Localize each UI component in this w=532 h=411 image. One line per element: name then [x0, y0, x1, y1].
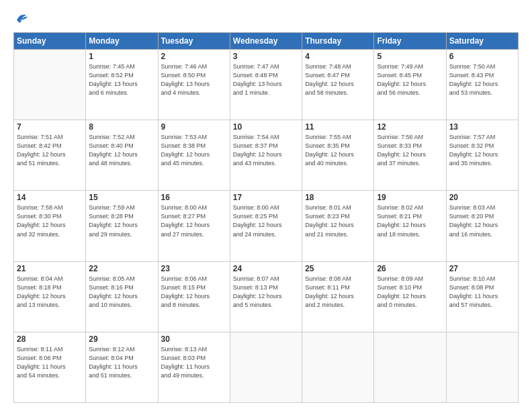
calendar-cell: 19Sunrise: 8:02 AM Sunset: 8:21 PM Dayli… — [374, 191, 446, 261]
calendar-cell: 23Sunrise: 8:06 AM Sunset: 8:15 PM Dayli… — [158, 261, 230, 332]
week-row-4: 28Sunrise: 8:11 AM Sunset: 8:06 PM Dayli… — [14, 332, 519, 402]
calendar-cell: 12Sunrise: 7:56 AM Sunset: 8:33 PM Dayli… — [374, 120, 446, 191]
day-info: Sunrise: 8:04 AM Sunset: 8:18 PM Dayligh… — [17, 275, 83, 310]
day-info: Sunrise: 7:54 AM Sunset: 8:37 PM Dayligh… — [233, 133, 299, 168]
calendar-cell — [14, 50, 86, 120]
week-row-3: 21Sunrise: 8:04 AM Sunset: 8:18 PM Dayli… — [14, 261, 519, 332]
day-number: 1 — [89, 52, 154, 61]
header-row: SundayMondayTuesdayWednesdayThursdayFrid… — [14, 33, 519, 50]
day-number: 18 — [305, 193, 371, 202]
calendar-cell: 4Sunrise: 7:48 AM Sunset: 8:47 PM Daylig… — [302, 50, 374, 120]
calendar-cell: 6Sunrise: 7:50 AM Sunset: 8:43 PM Daylig… — [446, 50, 518, 120]
day-number: 17 — [233, 193, 299, 202]
day-number: 26 — [377, 264, 443, 273]
calendar-cell: 22Sunrise: 8:05 AM Sunset: 8:16 PM Dayli… — [86, 261, 158, 332]
day-info: Sunrise: 8:00 AM Sunset: 8:27 PM Dayligh… — [161, 203, 227, 238]
day-info: Sunrise: 7:59 AM Sunset: 8:28 PM Dayligh… — [89, 203, 154, 238]
day-number: 13 — [449, 122, 515, 132]
calendar-cell — [230, 332, 302, 402]
day-info: Sunrise: 8:08 AM Sunset: 8:11 PM Dayligh… — [305, 275, 371, 310]
day-header-saturday: Saturday — [446, 33, 518, 50]
day-info: Sunrise: 7:48 AM Sunset: 8:47 PM Dayligh… — [305, 62, 371, 97]
calendar-cell: 13Sunrise: 7:57 AM Sunset: 8:32 PM Dayli… — [446, 120, 518, 191]
calendar-cell: 8Sunrise: 7:52 AM Sunset: 8:40 PM Daylig… — [86, 120, 158, 191]
day-number: 3 — [233, 52, 299, 61]
day-info: Sunrise: 8:10 AM Sunset: 8:08 PM Dayligh… — [449, 275, 515, 310]
day-info: Sunrise: 7:51 AM Sunset: 8:42 PM Dayligh… — [17, 133, 83, 168]
day-info: Sunrise: 8:13 AM Sunset: 8:03 PM Dayligh… — [161, 345, 227, 380]
calendar-cell: 25Sunrise: 8:08 AM Sunset: 8:11 PM Dayli… — [302, 261, 374, 332]
logo — [13, 11, 29, 26]
day-number: 29 — [89, 334, 154, 344]
day-info: Sunrise: 7:47 AM Sunset: 8:48 PM Dayligh… — [233, 62, 299, 97]
day-header-friday: Friday — [374, 33, 446, 50]
day-info: Sunrise: 8:06 AM Sunset: 8:15 PM Dayligh… — [161, 275, 227, 310]
calendar-cell: 30Sunrise: 8:13 AM Sunset: 8:03 PM Dayli… — [158, 332, 230, 402]
day-info: Sunrise: 7:46 AM Sunset: 8:50 PM Dayligh… — [161, 62, 227, 97]
calendar-cell: 24Sunrise: 8:07 AM Sunset: 8:13 PM Dayli… — [230, 261, 302, 332]
calendar-cell: 2Sunrise: 7:46 AM Sunset: 8:50 PM Daylig… — [158, 50, 230, 120]
day-info: Sunrise: 7:52 AM Sunset: 8:40 PM Dayligh… — [89, 133, 154, 168]
day-number: 5 — [377, 52, 443, 61]
day-number: 20 — [449, 193, 515, 202]
calendar-cell — [374, 332, 446, 402]
week-row-0: 1Sunrise: 7:45 AM Sunset: 8:52 PM Daylig… — [14, 50, 519, 120]
calendar-cell — [446, 332, 518, 402]
calendar-cell: 11Sunrise: 7:55 AM Sunset: 8:35 PM Dayli… — [302, 120, 374, 191]
day-number: 4 — [305, 52, 371, 61]
day-info: Sunrise: 7:57 AM Sunset: 8:32 PM Dayligh… — [449, 133, 515, 168]
day-number: 19 — [377, 193, 443, 202]
calendar-cell — [302, 332, 374, 402]
day-info: Sunrise: 7:56 AM Sunset: 8:33 PM Dayligh… — [377, 133, 443, 168]
calendar-cell: 5Sunrise: 7:49 AM Sunset: 8:45 PM Daylig… — [374, 50, 446, 120]
day-number: 2 — [161, 52, 227, 61]
calendar-cell: 28Sunrise: 8:11 AM Sunset: 8:06 PM Dayli… — [14, 332, 86, 402]
day-number: 16 — [161, 193, 227, 202]
day-number: 25 — [305, 264, 371, 273]
calendar-cell: 29Sunrise: 8:12 AM Sunset: 8:04 PM Dayli… — [86, 332, 158, 402]
logo-bird-icon — [14, 11, 29, 26]
day-header-thursday: Thursday — [302, 33, 374, 50]
week-row-1: 7Sunrise: 7:51 AM Sunset: 8:42 PM Daylig… — [14, 120, 519, 191]
day-info: Sunrise: 8:01 AM Sunset: 8:23 PM Dayligh… — [305, 203, 371, 238]
day-number: 10 — [233, 122, 299, 132]
day-number: 30 — [161, 334, 227, 344]
calendar-cell: 1Sunrise: 7:45 AM Sunset: 8:52 PM Daylig… — [86, 50, 158, 120]
calendar-page: SundayMondayTuesdayWednesdayThursdayFrid… — [0, 0, 532, 411]
calendar-cell: 20Sunrise: 8:03 AM Sunset: 8:20 PM Dayli… — [446, 191, 518, 261]
day-number: 27 — [449, 264, 515, 273]
day-header-tuesday: Tuesday — [158, 33, 230, 50]
day-number: 28 — [17, 334, 83, 344]
day-number: 8 — [89, 122, 154, 132]
calendar-cell: 26Sunrise: 8:09 AM Sunset: 8:10 PM Dayli… — [374, 261, 446, 332]
day-number: 11 — [305, 122, 371, 132]
day-number: 24 — [233, 264, 299, 273]
day-number: 23 — [161, 264, 227, 273]
day-info: Sunrise: 7:50 AM Sunset: 8:43 PM Dayligh… — [449, 62, 515, 97]
day-info: Sunrise: 8:02 AM Sunset: 8:21 PM Dayligh… — [377, 203, 443, 238]
day-info: Sunrise: 8:00 AM Sunset: 8:25 PM Dayligh… — [233, 203, 299, 238]
calendar-cell: 14Sunrise: 7:58 AM Sunset: 8:30 PM Dayli… — [14, 191, 86, 261]
day-info: Sunrise: 7:53 AM Sunset: 8:38 PM Dayligh… — [161, 133, 227, 168]
day-number: 12 — [377, 122, 443, 132]
day-header-sunday: Sunday — [14, 33, 86, 50]
day-number: 14 — [17, 193, 83, 202]
day-info: Sunrise: 8:03 AM Sunset: 8:20 PM Dayligh… — [449, 203, 515, 238]
calendar-cell: 3Sunrise: 7:47 AM Sunset: 8:48 PM Daylig… — [230, 50, 302, 120]
header — [13, 11, 519, 26]
day-info: Sunrise: 8:05 AM Sunset: 8:16 PM Dayligh… — [89, 275, 154, 310]
day-info: Sunrise: 8:11 AM Sunset: 8:06 PM Dayligh… — [17, 345, 83, 380]
calendar-cell: 16Sunrise: 8:00 AM Sunset: 8:27 PM Dayli… — [158, 191, 230, 261]
day-number: 6 — [449, 52, 515, 61]
day-info: Sunrise: 8:07 AM Sunset: 8:13 PM Dayligh… — [233, 275, 299, 310]
day-header-monday: Monday — [86, 33, 158, 50]
calendar-cell: 18Sunrise: 8:01 AM Sunset: 8:23 PM Dayli… — [302, 191, 374, 261]
day-number: 22 — [89, 264, 154, 273]
calendar-cell: 27Sunrise: 8:10 AM Sunset: 8:08 PM Dayli… — [446, 261, 518, 332]
calendar-cell: 15Sunrise: 7:59 AM Sunset: 8:28 PM Dayli… — [86, 191, 158, 261]
calendar-cell: 9Sunrise: 7:53 AM Sunset: 8:38 PM Daylig… — [158, 120, 230, 191]
day-info: Sunrise: 7:49 AM Sunset: 8:45 PM Dayligh… — [377, 62, 443, 97]
day-number: 7 — [17, 122, 83, 132]
day-info: Sunrise: 8:09 AM Sunset: 8:10 PM Dayligh… — [377, 275, 443, 310]
day-number: 21 — [17, 264, 83, 273]
